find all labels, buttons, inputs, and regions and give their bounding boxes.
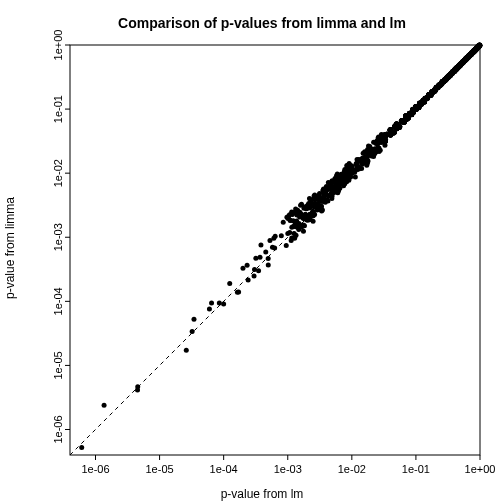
- data-point: [346, 173, 351, 178]
- data-point: [235, 290, 240, 295]
- data-point: [102, 403, 107, 408]
- x-tick-label: 1e-04: [210, 463, 238, 475]
- data-point: [477, 43, 482, 48]
- x-tick-label: 1e+00: [465, 463, 496, 475]
- data-point: [245, 263, 250, 268]
- data-point: [252, 273, 257, 278]
- y-tick-label: 1e-03: [52, 223, 64, 251]
- data-point: [217, 301, 222, 306]
- data-point: [191, 317, 196, 322]
- y-tick-label: 1e-04: [52, 287, 64, 315]
- data-point: [79, 445, 84, 450]
- data-point: [383, 138, 388, 143]
- data-point: [355, 164, 360, 169]
- data-point: [266, 256, 271, 261]
- data-point: [246, 277, 251, 282]
- x-tick-label: 1e-03: [274, 463, 302, 475]
- y-tick-label: 1e-01: [52, 95, 64, 123]
- x-tick-label: 1e-05: [146, 463, 174, 475]
- data-point: [296, 224, 301, 229]
- x-tick-label: 1e-01: [402, 463, 430, 475]
- data-point: [273, 234, 278, 239]
- y-tick-label: 1e-02: [52, 159, 64, 187]
- data-point: [240, 266, 245, 271]
- data-point: [207, 307, 212, 312]
- data-point: [256, 268, 261, 273]
- x-tick-label: 1e-06: [81, 463, 109, 475]
- data-point: [374, 141, 379, 146]
- data-point: [263, 250, 268, 255]
- data-point: [258, 242, 263, 247]
- data-point: [311, 219, 316, 224]
- data-point: [301, 229, 306, 234]
- x-tick-label: 1e-02: [338, 463, 366, 475]
- data-point: [335, 175, 340, 180]
- y-tick-label: 1e+00: [52, 30, 64, 61]
- data-point: [294, 233, 299, 238]
- data-point: [315, 208, 320, 213]
- data-point: [253, 256, 258, 261]
- plot-area: 1e-061e-051e-041e-031e-021e-011e+001e-06…: [52, 30, 495, 475]
- data-point: [289, 236, 294, 241]
- data-point: [135, 387, 140, 392]
- data-point: [284, 243, 289, 248]
- data-point: [272, 246, 277, 251]
- data-point: [329, 196, 334, 201]
- data-point: [391, 131, 396, 136]
- y-tick-label: 1e-06: [52, 415, 64, 443]
- data-point: [294, 213, 299, 218]
- data-point: [286, 216, 291, 221]
- data-point: [184, 348, 189, 353]
- chart-title: Comparison of p-values from limma and lm: [118, 15, 406, 31]
- data-point: [258, 255, 263, 260]
- data-point: [397, 124, 402, 129]
- data-point: [279, 233, 284, 238]
- y-tick-label: 1e-05: [52, 351, 64, 379]
- data-point: [316, 193, 321, 198]
- data-point: [266, 263, 271, 268]
- data-point: [190, 329, 195, 334]
- data-point: [301, 206, 306, 211]
- data-point: [281, 220, 286, 225]
- y-axis-label: p-value from limma: [3, 197, 17, 299]
- data-point: [227, 281, 232, 286]
- data-point: [305, 218, 310, 223]
- data-point: [351, 169, 356, 174]
- scatter-chart: Comparison of p-values from limma and lm…: [0, 0, 504, 504]
- data-point: [323, 197, 328, 202]
- data-point: [367, 144, 372, 149]
- data-point: [209, 300, 214, 305]
- data-point: [372, 148, 377, 153]
- data-point: [221, 302, 226, 307]
- data-point: [369, 153, 374, 158]
- x-axis-label: p-value from lm: [221, 487, 304, 501]
- data-point: [353, 174, 358, 179]
- data-point: [287, 230, 292, 235]
- data-point: [359, 166, 364, 171]
